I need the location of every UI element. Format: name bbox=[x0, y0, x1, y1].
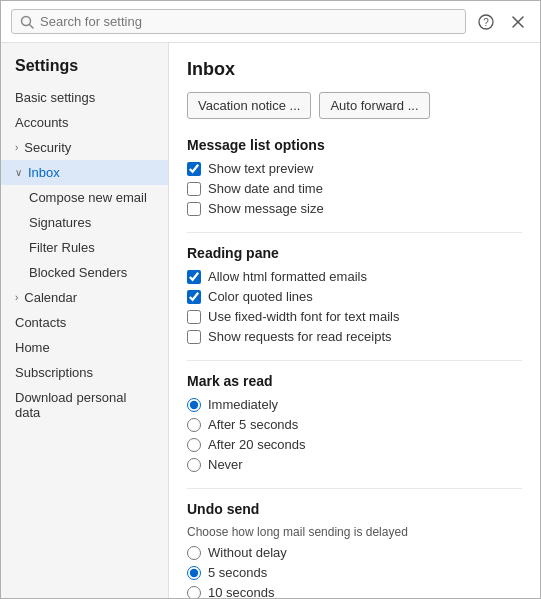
immediately-radio[interactable] bbox=[187, 398, 201, 412]
sidebar-item-contacts[interactable]: Contacts bbox=[1, 310, 168, 335]
auto-forward-button[interactable]: Auto forward ... bbox=[319, 92, 429, 119]
allow-html-label: Allow html formatted emails bbox=[208, 269, 367, 284]
sidebar-item-accounts[interactable]: Accounts bbox=[1, 110, 168, 135]
sidebar-item-label: Accounts bbox=[15, 115, 68, 130]
checkbox-color-quoted: Color quoted lines bbox=[187, 289, 522, 304]
after-5s-radio[interactable] bbox=[187, 418, 201, 432]
immediately-label: Immediately bbox=[208, 397, 278, 412]
sidebar-item-filter-rules[interactable]: Filter Rules bbox=[1, 235, 168, 260]
content-area: Settings Basic settings Accounts › Secur… bbox=[1, 43, 540, 598]
sidebar-item-security[interactable]: › Security bbox=[1, 135, 168, 160]
vacation-notice-button[interactable]: Vacation notice ... bbox=[187, 92, 311, 119]
close-icon bbox=[511, 15, 525, 29]
divider-1 bbox=[187, 232, 522, 233]
sidebar-item-basic-settings[interactable]: Basic settings bbox=[1, 85, 168, 110]
sidebar-item-label: Contacts bbox=[15, 315, 66, 330]
sidebar-item-label: Download personal data bbox=[15, 390, 154, 420]
message-list-section: Message list options Show text preview S… bbox=[187, 137, 522, 216]
sidebar-item-label: Security bbox=[24, 140, 71, 155]
divider-2 bbox=[187, 360, 522, 361]
title-bar-actions: ? bbox=[474, 10, 530, 34]
checkbox-read-receipts: Show requests for read receipts bbox=[187, 329, 522, 344]
main-content: Inbox Vacation notice ... Auto forward .… bbox=[169, 43, 540, 598]
sidebar-item-download[interactable]: Download personal data bbox=[1, 385, 168, 425]
divider-3 bbox=[187, 488, 522, 489]
sidebar-item-blocked-senders[interactable]: Blocked Senders bbox=[1, 260, 168, 285]
settings-window: ? Settings Basic settings Accounts › bbox=[0, 0, 541, 599]
chevron-right-icon: › bbox=[15, 142, 18, 153]
read-receipts-label: Show requests for read receipts bbox=[208, 329, 392, 344]
page-title: Inbox bbox=[187, 59, 522, 80]
sidebar-item-compose[interactable]: Compose new email bbox=[1, 185, 168, 210]
sidebar-item-signatures[interactable]: Signatures bbox=[1, 210, 168, 235]
sidebar-item-calendar[interactable]: › Calendar bbox=[1, 285, 168, 310]
after-5s-label: After 5 seconds bbox=[208, 417, 298, 432]
radio-never: Never bbox=[187, 457, 522, 472]
close-button[interactable] bbox=[506, 10, 530, 34]
5-seconds-label: 5 seconds bbox=[208, 565, 267, 580]
checkbox-show-date-time: Show date and time bbox=[187, 181, 522, 196]
sidebar-item-subscriptions[interactable]: Subscriptions bbox=[1, 360, 168, 385]
color-quoted-checkbox[interactable] bbox=[187, 290, 201, 304]
sidebar-item-label: Inbox bbox=[28, 165, 60, 180]
color-quoted-label: Color quoted lines bbox=[208, 289, 313, 304]
checkbox-allow-html: Allow html formatted emails bbox=[187, 269, 522, 284]
mark-as-read-section: Mark as read Immediately After 5 seconds… bbox=[187, 373, 522, 472]
search-input[interactable] bbox=[40, 14, 457, 29]
checkbox-show-message-size: Show message size bbox=[187, 201, 522, 216]
sidebar-item-label: Signatures bbox=[29, 215, 91, 230]
checkbox-fixed-width: Use fixed-width font for text mails bbox=[187, 309, 522, 324]
10-seconds-label: 10 seconds bbox=[208, 585, 275, 598]
fixed-width-checkbox[interactable] bbox=[187, 310, 201, 324]
never-radio[interactable] bbox=[187, 458, 201, 472]
after-20s-label: After 20 seconds bbox=[208, 437, 306, 452]
sidebar-item-inbox[interactable]: ∨ Inbox bbox=[1, 160, 168, 185]
svg-line-1 bbox=[30, 24, 34, 28]
sidebar-item-label: Filter Rules bbox=[29, 240, 95, 255]
no-delay-label: Without delay bbox=[208, 545, 287, 560]
allow-html-checkbox[interactable] bbox=[187, 270, 201, 284]
radio-5-seconds: 5 seconds bbox=[187, 565, 522, 580]
show-message-size-checkbox[interactable] bbox=[187, 202, 201, 216]
mark-as-read-title: Mark as read bbox=[187, 373, 522, 389]
show-text-preview-checkbox[interactable] bbox=[187, 162, 201, 176]
show-message-size-label: Show message size bbox=[208, 201, 324, 216]
chevron-right-icon: › bbox=[15, 292, 18, 303]
10-seconds-radio[interactable] bbox=[187, 586, 201, 599]
action-buttons: Vacation notice ... Auto forward ... bbox=[187, 92, 522, 119]
sidebar-item-label: Calendar bbox=[24, 290, 77, 305]
svg-text:?: ? bbox=[483, 17, 489, 28]
fixed-width-label: Use fixed-width font for text mails bbox=[208, 309, 399, 324]
radio-after-20s: After 20 seconds bbox=[187, 437, 522, 452]
search-icon bbox=[20, 15, 34, 29]
5-seconds-radio[interactable] bbox=[187, 566, 201, 580]
sidebar-item-label: Compose new email bbox=[29, 190, 147, 205]
checkbox-show-text-preview: Show text preview bbox=[187, 161, 522, 176]
show-date-time-label: Show date and time bbox=[208, 181, 323, 196]
no-delay-radio[interactable] bbox=[187, 546, 201, 560]
undo-send-subtitle: Choose how long mail sending is delayed bbox=[187, 525, 522, 539]
search-box[interactable] bbox=[11, 9, 466, 34]
sidebar-item-home[interactable]: Home bbox=[1, 335, 168, 360]
radio-immediately: Immediately bbox=[187, 397, 522, 412]
message-list-title: Message list options bbox=[187, 137, 522, 153]
show-date-time-checkbox[interactable] bbox=[187, 182, 201, 196]
sidebar-item-label: Blocked Senders bbox=[29, 265, 127, 280]
sidebar-item-label: Home bbox=[15, 340, 50, 355]
reading-pane-section: Reading pane Allow html formatted emails… bbox=[187, 245, 522, 344]
never-label: Never bbox=[208, 457, 243, 472]
sidebar: Settings Basic settings Accounts › Secur… bbox=[1, 43, 169, 598]
chevron-down-icon: ∨ bbox=[15, 167, 22, 178]
read-receipts-checkbox[interactable] bbox=[187, 330, 201, 344]
radio-10-seconds: 10 seconds bbox=[187, 585, 522, 598]
show-text-preview-label: Show text preview bbox=[208, 161, 314, 176]
sidebar-item-label: Subscriptions bbox=[15, 365, 93, 380]
help-button[interactable]: ? bbox=[474, 10, 498, 34]
undo-send-section: Undo send Choose how long mail sending i… bbox=[187, 501, 522, 598]
radio-after-5s: After 5 seconds bbox=[187, 417, 522, 432]
title-bar: ? bbox=[1, 1, 540, 43]
reading-pane-title: Reading pane bbox=[187, 245, 522, 261]
after-20s-radio[interactable] bbox=[187, 438, 201, 452]
sidebar-title: Settings bbox=[1, 51, 168, 85]
radio-no-delay: Without delay bbox=[187, 545, 522, 560]
